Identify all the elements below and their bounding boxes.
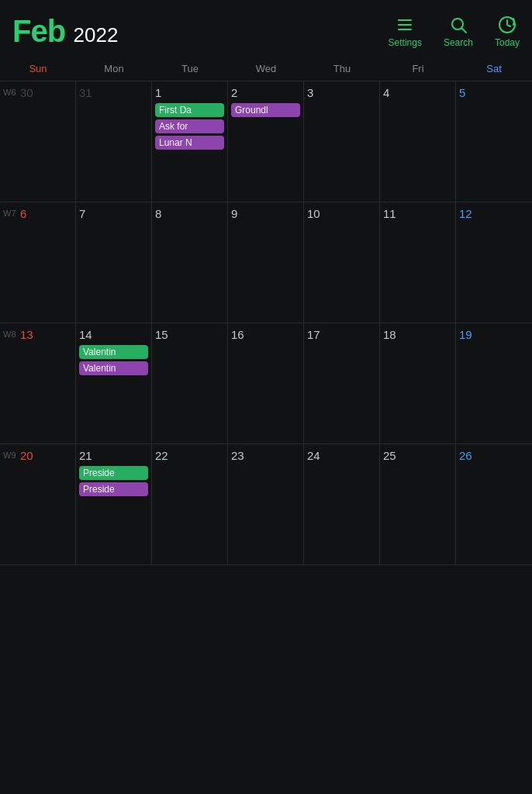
day-cell[interactable]: 4 (380, 81, 456, 202)
day-number: 18 (383, 328, 452, 342)
today-button[interactable]: Today (495, 16, 520, 48)
week-number: W6 (3, 88, 16, 97)
day-number: 25 (383, 449, 452, 463)
day-cell[interactable]: W76 (0, 202, 76, 323)
day-headers-row: SunMonTueWedThuFriSat (0, 57, 532, 81)
day-cell[interactable]: 2Groundl (228, 81, 304, 202)
event-chip[interactable]: Ask for (155, 119, 224, 133)
day-cell[interactable]: 17 (304, 323, 380, 444)
day-cell[interactable]: 23 (228, 444, 304, 564)
day-number: 3 (307, 86, 376, 100)
day-number: 22 (155, 449, 224, 463)
day-number: 30 (20, 86, 72, 100)
day-number: 1 (155, 86, 224, 100)
day-cell[interactable]: 22 (152, 444, 228, 564)
day-cell[interactable]: 11 (380, 202, 456, 323)
day-number: 14 (79, 328, 148, 342)
day-cell[interactable]: 24 (304, 444, 380, 564)
day-number: 15 (155, 328, 224, 342)
svg-line-4 (461, 28, 466, 33)
search-icon (449, 16, 468, 34)
day-header-fri: Fri (380, 61, 456, 76)
day-cell[interactable]: 14ValentinValentin (76, 323, 152, 444)
day-number: 5 (459, 86, 529, 100)
calendar-grid: W630311First DaAsk forLunar N2Groundl345… (0, 81, 532, 565)
day-number: 13 (20, 328, 72, 342)
day-number: 6 (20, 207, 72, 221)
today-label: Today (495, 37, 520, 48)
month-label: Feb (12, 14, 65, 48)
search-label: Search (444, 37, 473, 48)
settings-icon (396, 16, 414, 34)
day-number: 8 (155, 207, 224, 221)
day-cell[interactable]: 8 (152, 202, 228, 323)
day-cell[interactable]: 3 (304, 81, 380, 202)
day-number: 31 (79, 86, 148, 100)
day-number: 26 (459, 449, 529, 463)
week-number: W8 (3, 330, 16, 339)
week-row-2: W76789101112 (0, 202, 532, 323)
day-cell[interactable]: W630 (0, 81, 76, 202)
day-header-wed: Wed (228, 61, 304, 76)
day-header-sun: Sun (0, 61, 76, 76)
day-cell[interactable]: 9 (228, 202, 304, 323)
day-number: 20 (20, 449, 72, 463)
day-cell[interactable]: 16 (228, 323, 304, 444)
settings-label: Settings (389, 37, 422, 48)
day-cell[interactable]: 19 (456, 323, 532, 444)
day-cell[interactable]: 26 (456, 444, 532, 564)
week-row-1: W630311First DaAsk forLunar N2Groundl345 (0, 81, 532, 202)
day-number: 17 (307, 328, 376, 342)
event-chip[interactable]: Preside (79, 482, 148, 496)
day-number: 23 (231, 449, 300, 463)
day-cell[interactable]: 5 (456, 81, 532, 202)
day-number: 11 (383, 207, 452, 221)
day-number: 24 (307, 449, 376, 463)
day-cell[interactable]: 1First DaAsk forLunar N (152, 81, 228, 202)
day-cell[interactable]: 12 (456, 202, 532, 323)
event-chip[interactable]: Preside (79, 466, 148, 480)
day-cell[interactable]: 18 (380, 323, 456, 444)
event-chip[interactable]: Valentin (79, 361, 148, 375)
day-header-sat: Sat (456, 61, 532, 76)
day-number: 2 (231, 86, 300, 100)
day-cell[interactable]: 7 (76, 202, 152, 323)
day-number: 12 (459, 207, 529, 221)
event-chip[interactable]: Lunar N (155, 136, 224, 150)
day-cell[interactable]: 25 (380, 444, 456, 564)
week-number: W9 (3, 451, 16, 460)
today-icon (498, 16, 516, 34)
search-button[interactable]: Search (444, 16, 473, 48)
day-cell[interactable]: W920 (0, 444, 76, 564)
day-number: 19 (459, 328, 529, 342)
day-number: 4 (383, 86, 452, 100)
day-header-mon: Mon (76, 61, 152, 76)
header-actions: Settings Search Today (389, 16, 520, 48)
day-number: 21 (79, 449, 148, 463)
day-number: 10 (307, 207, 376, 221)
week-number: W7 (3, 209, 16, 218)
event-chip[interactable]: Groundl (231, 103, 300, 117)
settings-button[interactable]: Settings (389, 16, 422, 48)
day-cell[interactable]: 31 (76, 81, 152, 202)
day-cell[interactable]: 15 (152, 323, 228, 444)
day-cell[interactable]: 21PresidePreside (76, 444, 152, 564)
day-header-thu: Thu (304, 61, 380, 76)
day-number: 7 (79, 207, 148, 221)
week-row-3: W81314ValentinValentin1516171819 (0, 323, 532, 444)
week-row-4: W92021PresidePreside2223242526 (0, 444, 532, 565)
day-cell[interactable]: 10 (304, 202, 380, 323)
month-year-title: Feb 2022 (12, 14, 389, 49)
year-label: 2022 (74, 23, 119, 47)
day-cell[interactable]: W813 (0, 323, 76, 444)
day-number: 16 (231, 328, 300, 342)
event-chip[interactable]: First Da (155, 103, 224, 117)
day-header-tue: Tue (152, 61, 228, 76)
day-number: 9 (231, 207, 300, 221)
calendar-header: Feb 2022 Settings Search Today (0, 0, 532, 57)
event-chip[interactable]: Valentin (79, 345, 148, 359)
